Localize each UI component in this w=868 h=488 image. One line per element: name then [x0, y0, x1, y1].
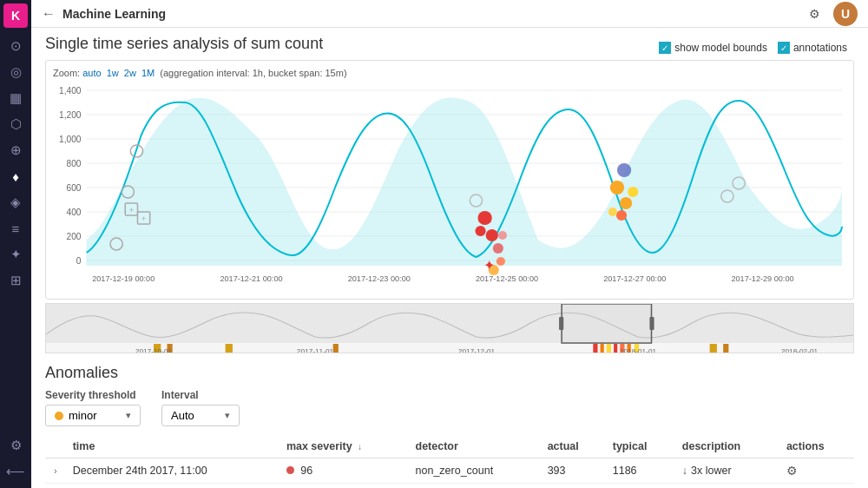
svg-rect-55	[593, 344, 597, 353]
svg-text:400: 400	[67, 208, 82, 217]
topbar: ← Machine Learning ⚙ U	[31, 0, 868, 28]
time-col-header: time	[66, 435, 279, 458]
svg-rect-57	[607, 344, 611, 353]
page-body: Single time series analysis of sum count…	[31, 28, 868, 488]
zoom-1w[interactable]: 1w	[107, 68, 119, 78]
sidebar-item-canvas[interactable]: ⬡	[2, 112, 30, 136]
chart-svg: 1,400 1,200 1,000 800 600 400 200 0	[53, 83, 846, 292]
row-actions: ⚙	[779, 484, 854, 489]
zoom-2w[interactable]: 2w	[124, 68, 136, 78]
row-actual: 393	[541, 458, 606, 484]
table-row: › December 24th 2017, 11:00 96 non_zero_…	[45, 458, 854, 484]
svg-text:✦: ✦	[483, 257, 495, 273]
svg-text:2017-12-21 00:00: 2017-12-21 00:00	[220, 274, 282, 283]
settings-icon-btn[interactable]: ⚙	[802, 2, 826, 26]
svg-rect-56	[601, 344, 604, 353]
main-chart-container: Zoom: auto 1w 2w 1M (aggregation interva…	[45, 60, 854, 300]
annotations-checkbox[interactable]: ✓ annotations	[778, 42, 847, 54]
svg-rect-50	[649, 317, 654, 330]
zoom-1m[interactable]: 1M	[141, 68, 155, 78]
svg-text:200: 200	[67, 232, 82, 241]
svg-point-26	[475, 226, 485, 236]
svg-text:800: 800	[67, 159, 82, 168]
back-button[interactable]: ←	[42, 6, 56, 22]
severity-col-header[interactable]: max severity ↓	[279, 435, 409, 458]
svg-point-24	[486, 229, 498, 241]
main-content: ← Machine Learning ⚙ U Single time serie…	[31, 0, 868, 488]
svg-text:1,400: 1,400	[59, 86, 82, 96]
app-logo[interactable]: K	[3, 3, 28, 28]
time-series-chart[interactable]: 1,400 1,200 1,000 800 600 400 200 0	[53, 83, 846, 292]
svg-text:+: +	[129, 206, 134, 214]
actual-col-header: actual	[541, 435, 606, 458]
sidebar-item-maps[interactable]: ⊕	[2, 138, 30, 162]
sidebar-item-collapse[interactable]: ⟵	[2, 459, 30, 484]
interval-dropdown[interactable]: Auto ▾	[161, 405, 240, 426]
svg-text:2017-10-01: 2017-10-01	[135, 347, 173, 353]
svg-text:2017-12-23 00:00: 2017-12-23 00:00	[348, 274, 411, 283]
zoom-label: Zoom: auto 1w 2w 1M (aggregation interva…	[53, 68, 846, 78]
row-severity: 96	[279, 458, 409, 484]
topbar-right: ⚙ U	[802, 2, 858, 26]
svg-text:2017-12-19 00:00: 2017-12-19 00:00	[92, 274, 155, 283]
sidebar: K ⊙ ◎ ▦ ⬡ ⊕ ♦ ◈ ≡ ✦ ⊞ ⚙ ⟵	[0, 0, 31, 488]
svg-text:2017-12-29 00:00: 2017-12-29 00:00	[731, 274, 793, 283]
svg-text:2018-01-01: 2018-01-01	[620, 347, 657, 353]
svg-rect-54	[333, 344, 339, 353]
severity-chevron-icon: ▾	[126, 410, 131, 421]
row-time: December 24th 2017, 11:00	[66, 458, 279, 484]
expand-row-button[interactable]: ›	[52, 464, 59, 478]
svg-point-37	[617, 163, 631, 177]
chart-options-row: ✓ show model bounds ✓ annotations	[659, 42, 847, 54]
sidebar-item-settings[interactable]: ⚙	[2, 433, 30, 458]
anomalies-title: Anomalies	[45, 364, 854, 382]
svg-text:2017-12-27 00:00: 2017-12-27 00:00	[603, 274, 666, 283]
svg-point-35	[616, 210, 627, 221]
row-detector: non_zero_count	[409, 458, 541, 484]
interval-chevron-icon: ▾	[225, 410, 230, 421]
svg-text:2017-12-01: 2017-12-01	[458, 347, 496, 353]
severity-control: Severity threshold minor ▾	[45, 389, 141, 426]
svg-rect-58	[614, 344, 617, 353]
sidebar-item-apm[interactable]: ✦	[2, 242, 30, 267]
svg-point-23	[477, 211, 491, 225]
svg-rect-62	[710, 344, 717, 353]
anomalies-controls: Severity threshold minor ▾ Interval Auto…	[45, 389, 854, 426]
svg-point-25	[493, 243, 503, 254]
actions-col-header: actions	[779, 435, 854, 458]
user-avatar[interactable]: U	[833, 2, 858, 26]
detector-col-header: detector	[409, 435, 541, 458]
svg-rect-63	[723, 344, 728, 353]
svg-point-27	[498, 231, 507, 240]
svg-point-32	[610, 181, 624, 195]
annotations-check: ✓	[778, 42, 790, 54]
sidebar-item-logs[interactable]: ≡	[2, 216, 30, 241]
severity-dot-icon	[286, 466, 294, 474]
typical-col-header: typical	[606, 435, 675, 458]
sidebar-item-dashboard[interactable]: ▦	[2, 86, 30, 110]
sidebar-item-visualize[interactable]: ◎	[2, 60, 30, 84]
show-model-bounds-checkbox[interactable]: ✓ show model bounds	[659, 42, 767, 54]
interval-control: Interval Auto ▾	[161, 389, 240, 426]
svg-text:2018-02-01: 2018-02-01	[781, 347, 819, 353]
table-row: › December 24th 2017, 10:00 92 non_zero_…	[45, 484, 854, 489]
svg-text:0: 0	[76, 256, 82, 266]
sort-icon: ↓	[358, 442, 362, 452]
row-detector: non_zero_count	[409, 484, 541, 489]
svg-text:+: +	[141, 214, 146, 223]
row-gear-icon[interactable]: ⚙	[786, 464, 798, 478]
sidebar-item-infrastructure[interactable]: ◈	[2, 190, 30, 214]
severity-dropdown[interactable]: minor ▾	[45, 405, 141, 426]
anomalies-section: Anomalies Severity threshold minor ▾ Int…	[45, 360, 854, 488]
row-actual: 437	[541, 484, 606, 489]
svg-point-33	[620, 197, 632, 209]
row-time: December 24th 2017, 10:00	[66, 484, 279, 489]
minimap-container[interactable]: 2017-10-01 2017-11-01 2017-12-01 2018-01…	[45, 303, 854, 353]
sidebar-item-uptime[interactable]: ⊞	[2, 268, 30, 293]
zoom-auto[interactable]: auto	[82, 68, 101, 78]
interval-label: Interval	[161, 389, 240, 401]
row-actions: ⚙	[779, 458, 854, 484]
svg-rect-49	[559, 317, 563, 330]
sidebar-item-discover[interactable]: ⊙	[2, 34, 30, 58]
sidebar-item-ml[interactable]: ♦	[2, 164, 30, 188]
